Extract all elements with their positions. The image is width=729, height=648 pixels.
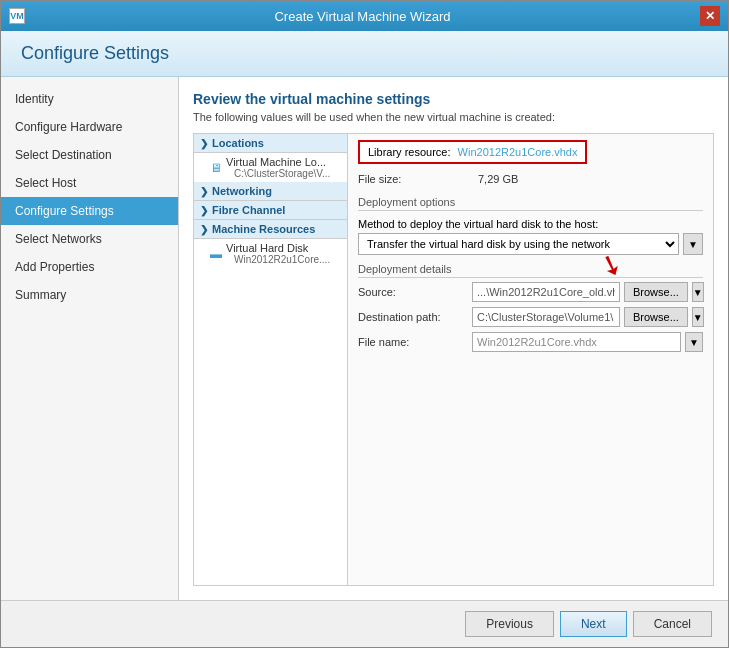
method-dropdown-btn[interactable]: ▼ (683, 233, 703, 255)
split-area: ❯ Locations 🖥 Virtual Machine Lo... C:\C… (193, 133, 714, 586)
filename-input[interactable] (472, 332, 681, 352)
destination-options-btn[interactable]: ▼ (692, 307, 704, 327)
title-bar-left: VM (9, 8, 25, 24)
sidebar-item-configure-settings[interactable]: Configure Settings (1, 197, 178, 225)
content-area: Identity Configure Hardware Select Desti… (1, 77, 728, 600)
tree-section-machine-resources[interactable]: ❯ Machine Resources (194, 220, 347, 239)
window-icon: VM (9, 8, 25, 24)
sidebar-item-configure-hardware[interactable]: Configure Hardware (1, 113, 178, 141)
library-resource-value: Win2012R2u1Core.vhdx (458, 146, 578, 158)
tree-panel: ❯ Locations 🖥 Virtual Machine Lo... C:\C… (193, 133, 348, 586)
networking-label: Networking (212, 185, 272, 197)
main-panel: Review the virtual machine settings The … (179, 77, 728, 600)
filename-options-btn[interactable]: ▼ (685, 332, 703, 352)
close-button[interactable]: ✕ (700, 6, 720, 26)
filename-row: File name: ▼ (358, 332, 703, 352)
details-panel: Library resource: Win2012R2u1Core.vhdx F… (348, 133, 714, 586)
main-window: VM Create Virtual Machine Wizard ✕ Confi… (0, 0, 729, 648)
source-input[interactable] (472, 282, 620, 302)
source-row: Source: Browse... ▼ (358, 282, 703, 302)
header-bar: Configure Settings (1, 31, 728, 77)
vhd-icon: ▬ (210, 247, 222, 261)
previous-button[interactable]: Previous (465, 611, 554, 637)
tree-section-networking[interactable]: ❯ Networking (194, 182, 347, 201)
vhd-text: Virtual Hard Disk (226, 242, 330, 254)
method-dropdown-row: Transfer the virtual hard disk by using … (358, 233, 703, 255)
filename-label: File name: (358, 336, 468, 348)
vm-location-text: Virtual Machine Lo... (226, 156, 330, 168)
sidebar-item-identity[interactable]: Identity (1, 85, 178, 113)
cancel-button[interactable]: Cancel (633, 611, 712, 637)
file-size-value: 7,29 GB (478, 173, 703, 185)
fibre-label: Fibre Channel (212, 204, 285, 216)
chevron-icon-net: ❯ (200, 186, 208, 197)
library-resource-box: Library resource: Win2012R2u1Core.vhdx (358, 140, 587, 164)
chevron-icon: ❯ (200, 138, 208, 149)
chevron-icon-fibre: ❯ (200, 205, 208, 216)
library-resource-label: Library resource: (368, 146, 451, 158)
source-label: Source: (358, 286, 468, 298)
destination-input[interactable] (472, 307, 620, 327)
main-title: Review the virtual machine settings (193, 91, 714, 107)
vm-location-icon: 🖥 (210, 161, 222, 175)
footer: Previous Next Cancel (1, 600, 728, 647)
method-label: Method to deploy the virtual hard disk t… (358, 218, 598, 230)
source-options-btn[interactable]: ▼ (692, 282, 704, 302)
vhd-sub: Win2012R2u1Core.... (226, 254, 330, 265)
method-dropdown[interactable]: Transfer the virtual hard disk by using … (358, 233, 679, 255)
vm-location-sub: C:\ClusterStorage\V... (226, 168, 330, 179)
window-title: Create Virtual Machine Wizard (25, 9, 700, 24)
sidebar: Identity Configure Hardware Select Desti… (1, 77, 179, 600)
destination-row: Destination path: Browse... ▼ (358, 307, 703, 327)
chevron-icon-mr: ❯ (200, 224, 208, 235)
sidebar-item-select-destination[interactable]: Select Destination (1, 141, 178, 169)
sidebar-item-select-host[interactable]: Select Host (1, 169, 178, 197)
tree-section-locations[interactable]: ❯ Locations (194, 134, 347, 153)
page-title: Configure Settings (21, 43, 708, 64)
tree-item-vm-location[interactable]: 🖥 Virtual Machine Lo... C:\ClusterStorag… (194, 153, 347, 182)
next-button[interactable]: Next (560, 611, 627, 637)
title-bar: VM Create Virtual Machine Wizard ✕ (1, 1, 728, 31)
deployment-options-divider: Deployment options (358, 196, 703, 211)
machine-resources-label: Machine Resources (212, 223, 315, 235)
deployment-details-divider: Deployment details (358, 263, 703, 278)
locations-label: Locations (212, 137, 264, 149)
tree-section-fibre[interactable]: ❯ Fibre Channel (194, 201, 347, 220)
sidebar-item-add-properties[interactable]: Add Properties (1, 253, 178, 281)
file-size-row: File size: 7,29 GB (358, 170, 703, 188)
source-browse-btn[interactable]: Browse... (624, 282, 688, 302)
destination-browse-btn[interactable]: Browse... (624, 307, 688, 327)
tree-item-vhd[interactable]: ▬ Virtual Hard Disk Win2012R2u1Core.... (194, 239, 347, 268)
method-row: Method to deploy the virtual hard disk t… (358, 215, 703, 233)
main-subtitle: The following values will be used when t… (193, 111, 714, 123)
sidebar-item-summary[interactable]: Summary (1, 281, 178, 309)
destination-label: Destination path: (358, 311, 468, 323)
file-size-label: File size: (358, 173, 478, 185)
sidebar-item-select-networks[interactable]: Select Networks (1, 225, 178, 253)
